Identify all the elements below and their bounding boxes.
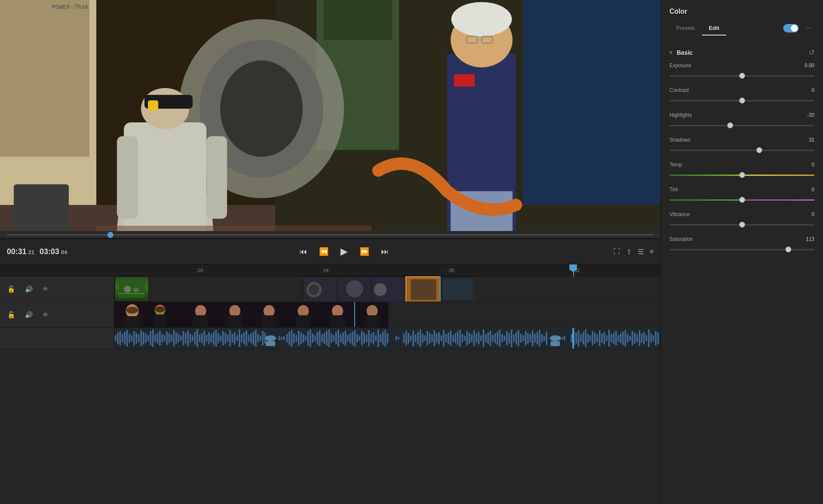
- svg-rect-60: [227, 315, 243, 327]
- track-2-content[interactable]: [115, 302, 660, 327]
- saturation-slider-container[interactable]: [669, 246, 814, 253]
- svg-point-34: [124, 286, 131, 293]
- svg-rect-199: [429, 333, 431, 344]
- svg-rect-93: [159, 331, 161, 346]
- saturation-header: Saturation 113: [669, 236, 814, 242]
- highlights-slider-container[interactable]: [669, 122, 814, 129]
- menu-icon[interactable]: ≡: [650, 248, 654, 255]
- contrast-slider-group: Contrast 0: [669, 87, 814, 104]
- highlights-thumb[interactable]: [727, 122, 733, 128]
- step-back-icon: ⏪: [319, 247, 329, 256]
- basic-section: ▾ Basic ↺ Exposure 0.00: [669, 44, 814, 253]
- scrubber-bar[interactable]: [0, 231, 660, 239]
- scrubber-track[interactable]: [7, 234, 654, 236]
- fullscreen-icon[interactable]: ⛶: [613, 248, 620, 255]
- svg-rect-252: [564, 336, 565, 341]
- shadows-slider-container[interactable]: [669, 146, 814, 154]
- svg-rect-181: [377, 329, 379, 347]
- shadows-thumb[interactable]: [756, 147, 762, 153]
- svg-rect-139: [278, 336, 280, 341]
- audio-waveform-content[interactable]: [115, 328, 660, 349]
- track-1-content[interactable]: [115, 276, 660, 302]
- contrast-slider-container[interactable]: [669, 97, 814, 104]
- svg-rect-286: [648, 329, 650, 347]
- track-1-audio-button[interactable]: 🔊: [24, 284, 34, 294]
- tint-track: [669, 199, 814, 201]
- svg-rect-136: [260, 336, 261, 341]
- svg-rect-273: [618, 335, 619, 342]
- export-icon[interactable]: ⇧: [626, 248, 632, 256]
- svg-rect-89: [150, 331, 151, 345]
- tint-label: Tint: [669, 187, 678, 193]
- svg-rect-239: [522, 335, 524, 341]
- svg-rect-109: [196, 329, 198, 347]
- temp-slider-container[interactable]: [669, 171, 814, 179]
- svg-point-291: [265, 335, 276, 341]
- color-toggle[interactable]: [783, 24, 799, 33]
- svg-point-68: [332, 305, 343, 317]
- transport-bar: 00:31 21 03:03 04 ⏮ ⏪ ▶ ⏩: [0, 239, 660, 264]
- svg-rect-147: [298, 331, 299, 346]
- track-1-eye-button[interactable]: 👁: [41, 284, 50, 294]
- skip-forward-button[interactable]: ⏭: [379, 245, 391, 259]
- saturation-thumb[interactable]: [785, 246, 791, 252]
- vibrance-label: Vibrance: [669, 211, 690, 217]
- skip-back-button[interactable]: ⏮: [297, 245, 310, 259]
- vibrance-thumb[interactable]: [739, 222, 745, 228]
- svg-rect-122: [227, 335, 228, 342]
- vibrance-header: Vibrance 0: [669, 211, 814, 217]
- scrubber-thumb[interactable]: [107, 232, 113, 238]
- reset-basic-button[interactable]: ↺: [809, 48, 814, 56]
- panel-tabs: Presets Edit ···: [669, 21, 814, 36]
- svg-rect-229: [499, 330, 501, 347]
- vibrance-slider-container[interactable]: [669, 221, 814, 228]
- contrast-thumb[interactable]: [739, 98, 745, 104]
- svg-rect-205: [443, 330, 444, 347]
- tint-slider-container[interactable]: [669, 196, 814, 204]
- svg-rect-249: [546, 332, 548, 345]
- tint-thumb[interactable]: [739, 197, 745, 203]
- temp-thumb[interactable]: [739, 172, 745, 178]
- exposure-slider-container[interactable]: [669, 72, 814, 80]
- svg-rect-228: [497, 332, 498, 345]
- svg-rect-134: [255, 330, 257, 347]
- svg-rect-90: [152, 329, 154, 347]
- step-back-button[interactable]: ⏪: [317, 244, 331, 259]
- thumb-blue-3: [371, 276, 406, 302]
- highlights-header: Highlights -20: [669, 112, 814, 118]
- tab-edit[interactable]: Edit: [702, 21, 726, 36]
- svg-rect-8: [523, 0, 660, 205]
- step-forward-button[interactable]: ⏩: [357, 244, 372, 259]
- basic-chevron-icon[interactable]: ▾: [669, 49, 672, 56]
- svg-rect-284: [643, 332, 645, 344]
- track-2-audio-button[interactable]: 🔊: [24, 310, 34, 320]
- svg-rect-49: [124, 316, 141, 327]
- svg-rect-135: [258, 334, 259, 343]
- svg-rect-166: [342, 332, 344, 344]
- svg-rect-145: [293, 333, 295, 344]
- presenter-thumbnails: [115, 302, 388, 327]
- svg-rect-103: [183, 331, 184, 345]
- tab-presets[interactable]: Presets: [669, 21, 702, 36]
- presenter-thumb-2: [149, 302, 183, 327]
- presenter-thumb-6: [286, 302, 320, 327]
- svg-rect-160: [328, 329, 330, 347]
- ruler-marks: :20 :24 :28 :32: [115, 264, 660, 276]
- track-1-lock-button[interactable]: 🔓: [6, 284, 17, 294]
- track-2-lock-button[interactable]: 🔓: [6, 310, 17, 320]
- track-2-eye-button[interactable]: 👁: [41, 310, 50, 320]
- svg-rect-53: [154, 314, 166, 327]
- timeline-ruler: :20 :24 :28 :32: [0, 264, 660, 276]
- svg-rect-72: [364, 315, 380, 327]
- svg-rect-174: [361, 331, 363, 345]
- more-options-button[interactable]: ···: [804, 23, 814, 34]
- settings-icon[interactable]: ☰: [638, 248, 644, 256]
- svg-rect-223: [485, 334, 487, 343]
- svg-rect-268: [606, 335, 607, 341]
- presenter-thumb-5: [252, 302, 286, 327]
- exposure-thumb[interactable]: [739, 73, 745, 79]
- play-button[interactable]: ▶: [338, 243, 350, 260]
- exposure-slider-group: Exposure 0.00: [669, 62, 814, 80]
- shadows-value: 31: [799, 137, 814, 143]
- svg-rect-220: [478, 332, 480, 344]
